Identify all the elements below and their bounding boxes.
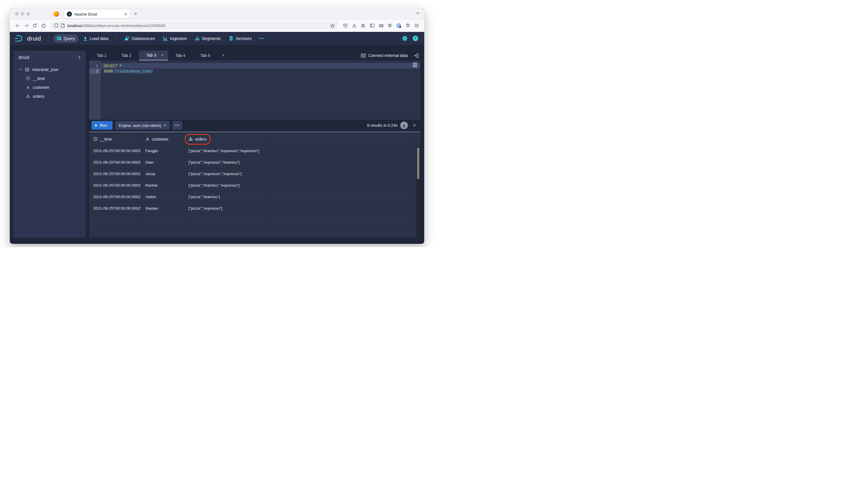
nav-item-label: Load data <box>90 36 109 41</box>
browser-tab-close-icon[interactable]: ✕ <box>124 12 127 16</box>
connect-external-data-button[interactable]: Connect external data <box>359 51 410 60</box>
menu-hamburger-icon[interactable] <box>414 22 419 30</box>
sort-carets-icon[interactable] <box>78 56 81 59</box>
query-tab-5[interactable]: Tab 5 <box>193 51 218 60</box>
download-results-button[interactable] <box>400 121 408 129</box>
url-bar[interactable]: localhost:8888/unified-console.html#work… <box>51 21 339 30</box>
column-header-customer[interactable]: A customer <box>141 133 184 145</box>
bookmark-star-icon[interactable] <box>330 23 335 28</box>
query-tab-label: Tab 5 <box>200 53 210 58</box>
results-header-row: __time A customer orders <box>89 133 420 145</box>
extension-icon[interactable] <box>405 22 410 30</box>
results-table: __time A customer orders <box>89 133 420 238</box>
browser-tab-title: Apache Druid <box>74 12 122 16</box>
close-tab-icon[interactable]: ✕ <box>161 53 164 57</box>
tree-item-time-column[interactable]: __time <box>13 74 86 83</box>
clock-icon <box>93 137 97 141</box>
upload-arrow-icon <box>83 36 88 41</box>
table-row[interactable]: 2021-09-25T00:00:00.000Z Xiaolan ["pizza… <box>89 203 420 214</box>
browser-tab[interactable]: Apache Druid ✕ <box>64 10 130 18</box>
nav-item-services[interactable]: Services <box>225 34 255 43</box>
table-row[interactable]: 2021-09-25T00:00:00.000Z Gian ["pizza","… <box>89 157 420 168</box>
settings-gear-icon[interactable] <box>402 35 408 41</box>
pocket-icon[interactable] <box>343 22 348 30</box>
results-scrollbar[interactable] <box>416 146 420 237</box>
new-tab-button[interactable]: + <box>134 11 137 17</box>
cell-customer: Gian <box>141 157 184 168</box>
sitemap-icon <box>26 94 30 98</box>
scrollbar-thumb[interactable] <box>417 148 419 179</box>
druid-brand[interactable]: druid <box>14 35 41 42</box>
nav-item-load-data[interactable]: Load data <box>80 34 112 43</box>
tracking-shield-icon[interactable] <box>54 23 58 28</box>
nav-item-query[interactable]: Query <box>53 34 78 43</box>
table-row[interactable]: 2021-09-25T00:00:00.000Z Fangjin ["pizza… <box>89 145 420 157</box>
reload-icon[interactable] <box>31 22 39 30</box>
nav-item-ingestion[interactable]: Ingestion <box>160 34 191 43</box>
workbench-panel: Tab 1 Tab 2 Tab 3 ✕ Tab 4 Tab 5 + Connec… <box>89 51 420 238</box>
password-shield-icon[interactable]: LO <box>388 22 392 30</box>
editor-menu-icon[interactable] <box>413 63 417 67</box>
query-tab-label: Tab 4 <box>176 53 185 58</box>
column-header-time[interactable]: __time <box>89 133 141 145</box>
collapse-panel-button[interactable] <box>410 51 420 60</box>
back-icon[interactable] <box>13 22 22 30</box>
browser-window: Apache Druid ✕ + localhost:8888/ <box>10 8 424 244</box>
tab-list-chevron-icon[interactable] <box>416 12 420 14</box>
nav-item-segments[interactable]: Segments <box>192 34 224 43</box>
panel-splitter[interactable] <box>89 131 420 133</box>
table-row[interactable]: 2021-09-25T00:00:00.000Z Rachel ["pizza"… <box>89 180 420 191</box>
zoom-window-button[interactable] <box>26 12 30 16</box>
code-line-2: FROM "ristorante_json" <box>101 69 420 74</box>
schema-sidebar: druid ristorante_json <box>13 51 86 238</box>
downloads-icon[interactable] <box>352 22 357 30</box>
close-window-button[interactable] <box>15 12 18 16</box>
sidebars-icon[interactable] <box>370 22 375 30</box>
table-row[interactable]: 2021-09-25T00:00:00.000Z Jessy ["pizza",… <box>89 168 420 180</box>
containers-icon[interactable] <box>379 22 383 30</box>
page-info-icon[interactable] <box>61 23 65 28</box>
add-tab-button[interactable]: + <box>218 51 229 60</box>
query-tab-4[interactable]: Tab 4 <box>168 51 193 60</box>
table-row-empty <box>89 237 420 238</box>
editor-code[interactable]: SELECT * FROM "ristorante_json" <box>101 63 420 74</box>
tree-item-datasource[interactable]: ristorante_json <box>13 65 86 74</box>
tree-item-orders-column[interactable]: orders <box>13 92 86 101</box>
string-type-icon: A <box>26 85 30 90</box>
cell-orders: ["pizza","espresso","espresso"] <box>184 168 271 179</box>
cell-time: 2021-09-25T00:00:00.000Z <box>89 145 141 156</box>
query-tab-2[interactable]: Tab 2 <box>114 51 139 60</box>
cell-customer: Vadim <box>141 191 184 203</box>
query-tab-3-active[interactable]: Tab 3 ✕ <box>139 51 168 60</box>
nav-item-label: Query <box>64 36 75 41</box>
cell-orders: ["pizza","tiramisu"] <box>184 191 271 203</box>
minimize-window-button[interactable] <box>21 12 24 16</box>
table-row[interactable]: 2021-09-25T00:00:00.000Z Vadim ["pizza",… <box>89 191 420 203</box>
query-tab-1[interactable]: Tab 1 <box>89 51 114 60</box>
svg-text:LO: LO <box>389 25 391 26</box>
firefox-icon <box>54 11 59 17</box>
close-results-icon[interactable]: ✕ <box>411 123 418 128</box>
datasources-icon <box>125 36 129 41</box>
help-icon[interactable]: ? <box>412 35 418 41</box>
tree-item-customer-column[interactable]: A customer <box>13 83 86 92</box>
sql-keyword: SELECT <box>104 63 117 68</box>
nav-more-button[interactable]: ••• <box>256 36 267 40</box>
nav-divider <box>116 35 116 42</box>
chevron-down-icon[interactable] <box>19 69 22 71</box>
column-header-orders[interactable]: orders <box>184 133 271 145</box>
engine-select-button[interactable]: Engine: auto (sql-native) <box>115 121 169 130</box>
forward-icon[interactable] <box>22 22 31 30</box>
query-more-button[interactable]: ••• <box>173 121 182 130</box>
panel-collapse-icon <box>414 53 419 58</box>
editor-gutter: 1 2 <box>89 60 101 120</box>
sql-editor[interactable]: 1 2 SELECT * FROM "ristorante_json" <box>89 60 420 120</box>
druid-nav-bar: druid Query Load data Datasources Ingest… <box>10 32 424 45</box>
brand-name: druid <box>27 35 41 42</box>
home-icon[interactable] <box>39 22 48 30</box>
onepassword-icon[interactable] <box>396 22 401 30</box>
run-button[interactable]: Run <box>91 121 112 130</box>
nav-item-datasources[interactable]: Datasources <box>121 34 158 43</box>
library-icon[interactable] <box>361 22 365 30</box>
column-header-label: __time <box>100 137 112 141</box>
